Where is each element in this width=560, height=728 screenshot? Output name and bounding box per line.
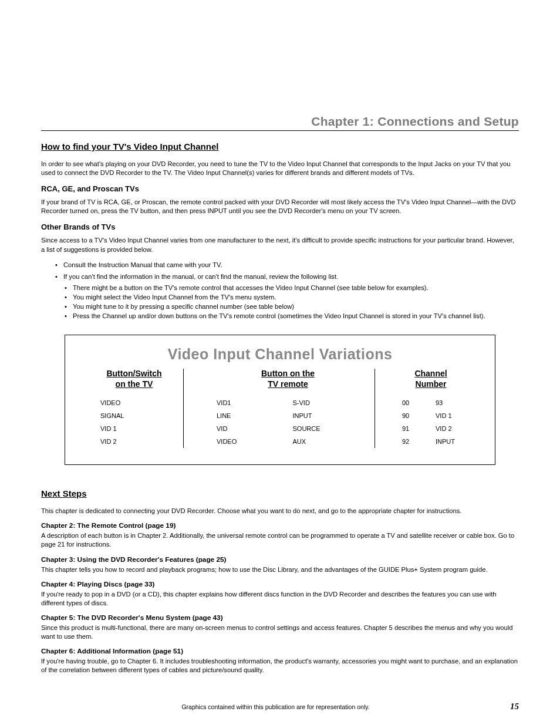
list-item: You might tune to it by pressing a speci…: [65, 303, 519, 310]
list-item: There might be a button on the TV's remo…: [65, 284, 519, 291]
chapter-desc: If you're having trouble, go to Chapter …: [41, 657, 519, 675]
col-header-channel: Channel Number: [393, 369, 469, 389]
list-item: If you can't find the information in the…: [55, 272, 519, 282]
list-item: Consult the Instruction Manual that came…: [55, 260, 519, 270]
page-number: 15: [510, 702, 519, 712]
bullet-list: Consult the Instruction Manual that came…: [55, 260, 519, 282]
chapter-desc: Since this product is multi-functional, …: [41, 623, 519, 641]
chapter-title: Chapter 1: Connections and Setup: [41, 114, 519, 131]
table-cell: 93: [436, 396, 469, 409]
list-item: Press the Channel up and/or down buttons…: [65, 312, 519, 319]
page-footer: Graphics contained within this publicati…: [41, 702, 519, 712]
table-cell: VID: [217, 422, 293, 435]
variations-table: Video Input Channel Variations Button/Sw…: [65, 335, 495, 465]
table-cell: AUX: [293, 435, 369, 448]
para-rca: If your brand of TV is RCA, GE, or Prosc…: [41, 198, 519, 215]
chapter-ref-2: Chapter 2: The Remote Control (page 19): [41, 521, 519, 530]
intro-para: In order to see what's playing on your D…: [41, 160, 519, 177]
chapter-ref-4: Chapter 4: Playing Discs (page 33): [41, 580, 519, 588]
chapter-desc: A description of each button is in Chapt…: [41, 531, 519, 549]
list-item: You might select the Video Input Channel…: [65, 294, 519, 301]
table-cell: INPUT: [436, 435, 469, 448]
table-cell: 00: [402, 396, 436, 409]
footer-text: Graphics contained within this publicati…: [41, 703, 510, 710]
subheading-rca: RCA, GE, and Proscan TVs: [41, 184, 519, 193]
table-cell: VID1: [217, 396, 293, 409]
table-cell: 90: [402, 409, 436, 422]
chapter-ref-5: Chapter 5: The DVD Recorder's Menu Syste…: [41, 614, 519, 622]
table-cell: S-VID: [293, 396, 369, 409]
table-cell: 91: [402, 422, 436, 435]
table-cell: 92: [402, 435, 436, 448]
table-cell: VID 1: [100, 422, 177, 435]
sub-bullet-list: There might be a button on the TV's remo…: [65, 284, 519, 319]
subheading-other: Other Brands of TVs: [41, 223, 519, 231]
section-heading-video-input: How to find your TV's Video Input Channe…: [41, 141, 519, 151]
table-cell: SOURCE: [293, 422, 369, 435]
para-other: Since access to a TV's Video Input Chann…: [41, 236, 519, 254]
col-header-remote: Button on the TV remote: [207, 369, 369, 389]
col-header-tv: Button/Switch on the TV: [91, 369, 177, 389]
next-steps-intro: This chapter is dedicated to connecting …: [41, 507, 519, 515]
section-heading-next-steps: Next Steps: [41, 488, 519, 498]
table-cell: VIDEO: [100, 396, 177, 409]
table-cell: VID 2: [100, 435, 177, 448]
table-cell: VID 2: [436, 422, 469, 435]
table-cell: LINE: [217, 409, 293, 422]
table-cell: VIDEO: [217, 435, 293, 448]
table-cell: SIGNAL: [100, 409, 177, 422]
table-cell: VID 1: [436, 409, 469, 422]
chapter-ref-6: Chapter 6: Additional Information (page …: [41, 647, 519, 655]
chapter-desc: This chapter tells you how to record and…: [41, 565, 519, 574]
chapter-ref-3: Chapter 3: Using the DVD Recorder's Feat…: [41, 555, 519, 564]
chapter-desc: If you're ready to pop in a DVD (or a CD…: [41, 590, 519, 608]
table-cell: INPUT: [293, 409, 369, 422]
table-title: Video Input Channel Variations: [85, 346, 475, 363]
